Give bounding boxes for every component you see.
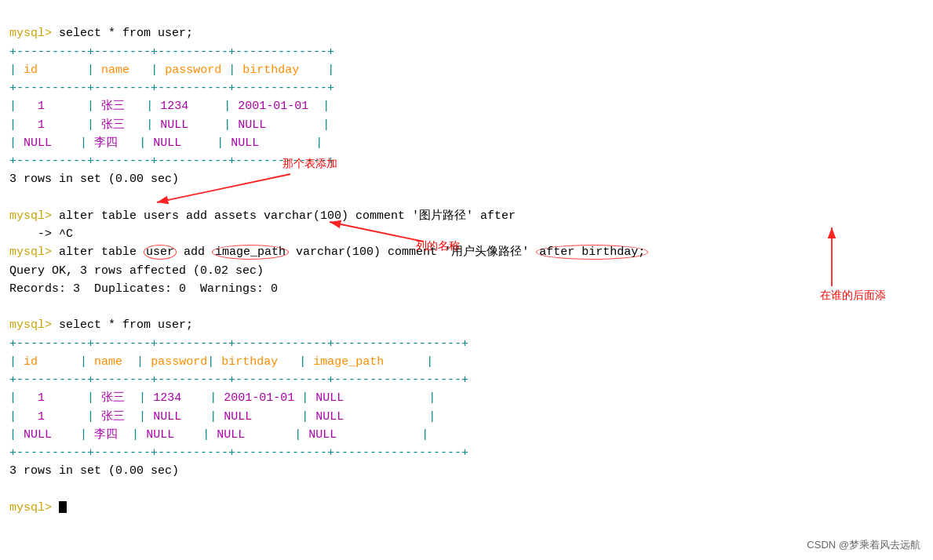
t2-r3-imgpath: NULL [308, 428, 421, 442]
t2-r3-name: 李四 [94, 428, 132, 442]
t2-p-r1-5: | [301, 391, 308, 405]
t2-p-r3-2: | [80, 428, 87, 442]
result2: 3 rows in set (0.00 sec) [9, 464, 179, 478]
t2-r3-pwd: NULL [146, 428, 202, 442]
annotation-na-table: 那个表添加 [282, 157, 337, 171]
t2-p-r1-3: | [139, 391, 146, 405]
prompt4: mysql> [9, 318, 52, 332]
pipe-r3-4: | [217, 136, 224, 150]
alter-cmd2-user: user [144, 245, 177, 260]
pipe-r2-1: | [9, 118, 16, 132]
annotation-na-column: 列的名称 [416, 239, 460, 253]
t2-pipe1: | [9, 355, 16, 369]
r1-pwd: 1234 [160, 100, 217, 113]
pipe-r2-5: | [323, 118, 330, 132]
prompt1: mysql> [9, 27, 52, 40]
t2-p-r2-6: | [428, 410, 436, 424]
footer-brand: CSDN @梦乘着风去远航 [807, 538, 920, 552]
pipe-r2-3: | [146, 118, 153, 132]
t2-r2-pwd: NULL [153, 410, 210, 424]
r2-pwd: NULL [160, 118, 217, 132]
r1-id: 1 [38, 100, 45, 113]
t2-col-name: name [94, 355, 137, 369]
col-birthday: birthday [242, 64, 320, 77]
select-cmd2: select * from user; [52, 318, 193, 332]
pipe-r1-4: | [224, 100, 231, 113]
pipe-r1-1: | [9, 100, 16, 113]
r3-id: NULL [24, 136, 52, 150]
table2-border-mid: +----------+--------+----------+--------… [9, 373, 468, 387]
t2-p4: | [207, 355, 214, 369]
pipe-r3-1: | [9, 136, 16, 150]
t2-r2-imgpath: NULL [315, 410, 428, 424]
annotation-na-after: 在谁的后面添 [820, 289, 886, 303]
pipe2: | [151, 64, 158, 77]
t2-r2-bday: NULL [224, 410, 301, 424]
t2-p-r2-5: | [301, 410, 308, 424]
pipe-r2-2: | [87, 118, 94, 132]
t2-p-r3-4: | [202, 428, 210, 442]
pipe1: | [87, 64, 94, 77]
terminal-output: mysql> select * from user; +----------+-… [9, 6, 924, 517]
pipe3: | [228, 64, 235, 77]
r3-pwd: NULL [153, 136, 210, 150]
t2-r1-imgpath: NULL [315, 391, 428, 405]
t2-p5: | [299, 355, 306, 369]
t2-p-r3-5: | [294, 428, 301, 442]
t2-col-imgpath: image_path [313, 355, 426, 369]
t2-r2-name: 张三 [101, 410, 139, 424]
alter-cont: -> ^C [9, 227, 73, 241]
alter-cmd2-after: after birthday; [536, 245, 648, 260]
t2-col-pwd: password [151, 355, 207, 369]
alter-cmd2-pre: alter table [52, 245, 144, 259]
table1-border-top: +----------+--------+----------+--------… [9, 45, 334, 59]
pipe-r1-3: | [146, 100, 153, 113]
table2-border-top: +----------+--------+----------+--------… [9, 337, 468, 351]
r1-bday: 2001-01-01 [238, 100, 315, 113]
col-name: name [101, 64, 144, 77]
r2-id: 1 [38, 118, 45, 132]
r2-name: 张三 [101, 118, 139, 132]
table1-border-mid: +----------+--------+----------+--------… [9, 82, 334, 95]
t2-r3-bday: NULL [217, 428, 294, 442]
r1-name: 张三 [101, 100, 139, 113]
result1: 3 rows in set (0.00 sec) [9, 173, 179, 186]
table1-border-left1: | [9, 64, 16, 77]
alter-cmd2-mid: add [177, 245, 212, 259]
prompt5: mysql> [9, 501, 52, 515]
r3-bday: NULL [231, 136, 308, 150]
t2-p6: | [426, 355, 433, 369]
t2-p-r3-1: | [9, 428, 16, 442]
prompt2: mysql> [9, 209, 52, 223]
t2-col-bday: birthday [221, 355, 299, 369]
r2-bday: NULL [238, 118, 315, 132]
pipe-r1-2: | [87, 100, 94, 113]
pipe-r1-5: | [323, 100, 330, 113]
t2-p-r1-2: | [87, 391, 94, 405]
alter-cmd2-rest: varchar(100) comment '用户头像路径' [289, 245, 536, 259]
t2-p-r2-1: | [9, 410, 16, 424]
t2-r1-name: 张三 [101, 391, 139, 405]
r3-name: 李四 [94, 136, 132, 150]
pipe4: | [327, 64, 334, 77]
t2-r3-id: NULL [24, 428, 52, 442]
t2-p-r1-1: | [9, 391, 16, 405]
t2-r1-id: 1 [38, 391, 45, 405]
t2-p-r1-6: | [428, 391, 436, 405]
t2-p-r3-6: | [421, 428, 428, 442]
t2-r1-pwd: 1234 [153, 391, 210, 405]
t2-p3: | [137, 355, 144, 369]
cursor [59, 501, 67, 513]
col-password: password [165, 64, 221, 77]
t2-r1-bday: 2001-01-01 [224, 391, 301, 405]
prompt3: mysql> [9, 245, 52, 259]
pipe-r3-5: | [315, 136, 323, 150]
alter-cmd2-imgpath: image_path [212, 245, 289, 260]
records: Records: 3 Duplicates: 0 Warnings: 0 [9, 282, 278, 296]
query-ok: Query OK, 3 rows affected (0.02 sec) [9, 264, 264, 278]
t2-p-r1-4: | [210, 391, 217, 405]
t2-col-id: id [24, 355, 80, 369]
t2-p2: | [80, 355, 87, 369]
col-id: id [24, 64, 80, 77]
t2-p-r2-3: | [139, 410, 146, 424]
